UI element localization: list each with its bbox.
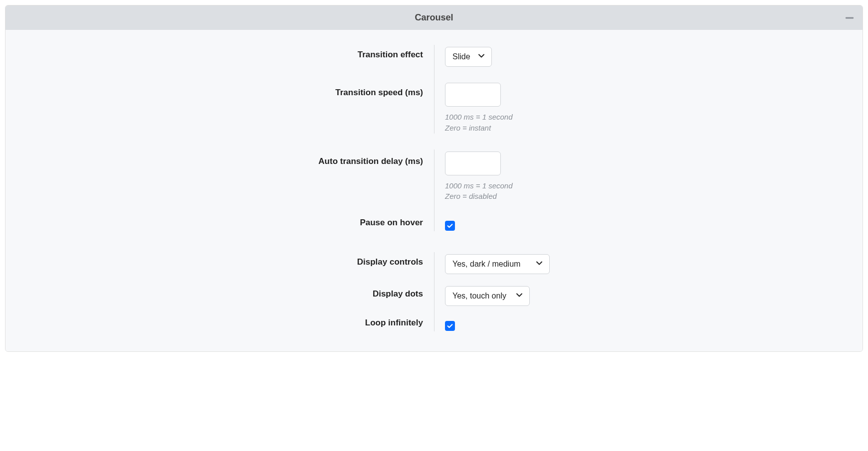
transition-speed-input[interactable] — [445, 83, 501, 107]
row-display-controls: Display controls Yes, dark / medium — [15, 252, 853, 274]
carousel-settings-panel: Carousel Transition effect Slide Transit… — [5, 5, 863, 352]
chevron-down-icon — [477, 52, 485, 62]
row-auto-transition-delay: Auto transition delay (ms) 1000 ms = 1 s… — [15, 150, 853, 202]
settings-group-transition: Transition effect Slide Transition speed… — [15, 45, 853, 134]
panel-header: Carousel — [5, 5, 863, 30]
row-loop-infinitely: Loop infinitely — [15, 316, 853, 331]
row-display-dots: Display dots Yes, touch only — [15, 284, 853, 306]
auto-transition-delay-input[interactable] — [445, 151, 501, 175]
label-loop-infinitely: Loop infinitely — [15, 316, 434, 328]
loop-infinitely-checkbox[interactable] — [445, 321, 455, 331]
pause-on-hover-checkbox[interactable] — [445, 221, 455, 231]
display-controls-value: Yes, dark / medium — [452, 260, 520, 269]
settings-group-display: Display controls Yes, dark / medium Disp… — [15, 252, 853, 331]
transition-effect-select[interactable]: Slide — [445, 47, 492, 67]
display-dots-select[interactable]: Yes, touch only — [445, 286, 530, 306]
label-display-dots: Display dots — [15, 284, 434, 299]
panel-body: Transition effect Slide Transition speed… — [5, 30, 863, 351]
row-transition-speed: Transition speed (ms) 1000 ms = 1 second… — [15, 81, 853, 134]
chevron-down-icon — [515, 291, 523, 301]
display-dots-value: Yes, touch only — [452, 292, 506, 301]
chevron-down-icon — [535, 259, 543, 269]
row-transition-effect: Transition effect Slide — [15, 45, 853, 67]
collapse-icon[interactable] — [846, 17, 854, 18]
row-pause-on-hover: Pause on hover — [15, 216, 853, 231]
label-transition-effect: Transition effect — [15, 45, 434, 60]
label-transition-speed: Transition speed (ms) — [15, 81, 434, 98]
label-display-controls: Display controls — [15, 252, 434, 267]
transition-speed-help: 1000 ms = 1 second Zero = instant — [445, 112, 853, 134]
settings-group-auto: Auto transition delay (ms) 1000 ms = 1 s… — [15, 150, 853, 232]
transition-effect-value: Slide — [452, 52, 470, 61]
label-pause-on-hover: Pause on hover — [15, 216, 434, 228]
auto-transition-delay-help: 1000 ms = 1 second Zero = disabled — [445, 180, 853, 202]
panel-title: Carousel — [415, 12, 453, 23]
label-auto-transition-delay: Auto transition delay (ms) — [15, 150, 434, 166]
display-controls-select[interactable]: Yes, dark / medium — [445, 254, 550, 274]
